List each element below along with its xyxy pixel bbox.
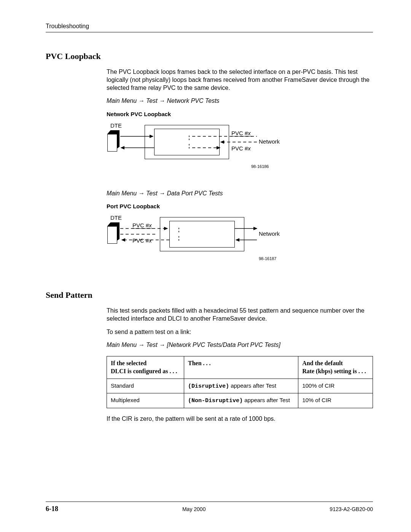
header-rule [46,32,373,32]
nav-path-network-pvc: Main Menu → Test → Network PVC Tests [107,97,373,105]
table-header-then: Then . . . [184,356,298,379]
pvc-intro-paragraph: The PVC Loopback loops frames back to th… [107,68,373,92]
subheading-port-pvc-loopback: Port PVC Loopback [107,203,373,210]
cell-disruptive: (Disruptive) appears after Test [184,379,298,393]
diag2-arrows [107,214,304,271]
running-header: Troubleshooting [46,23,373,30]
diagram-port-pvc-loopback: DTE PVC #x PVC #x Network 98-16187 [107,214,304,271]
nav-path-send-pattern: Main Menu → Test → [Network PVC Tests/Da… [107,341,373,349]
send-intro-paragraph: This test sends packets filled with a he… [107,307,373,323]
heading-pvc-loopback: PVC Loopback [46,51,373,61]
table-row: Standard (Disruptive) appears after Test… [107,379,373,393]
cell-10-cir: 10% of CIR [298,393,373,408]
footer-rule [46,502,373,502]
footer-page-number: 6-18 [46,505,58,513]
table-row: Multiplexed (Non-Disruptive) appears aft… [107,393,373,408]
nav-path-data-port-pvc: Main Menu → Test → Data Port PVC Tests [107,190,373,198]
diagram-network-pvc-loopback: DTE PVC #x Network PVC #x 98-16186 [107,122,304,179]
page-footer: 6-18 May 2000 9123-A2-GB20-00 [46,502,373,513]
cell-100-cir: 100% of CIR [298,379,373,393]
subheading-network-pvc-loopback: Network PVC Loopback [107,110,373,118]
send-pattern-table: If the selectedDLCI is configured as . .… [107,356,373,408]
heading-send-pattern: Send Pattern [46,290,373,300]
table-header-rate: And the defaultRate (kbps) setting is . … [298,356,373,379]
cell-non-disruptive: (Non-Disruptive) appears after Test [184,393,298,408]
cell-standard: Standard [107,379,184,393]
send-note: If the CIR is zero, the pattern will be … [107,415,373,423]
footer-doc-id: 9123-A2-GB20-00 [330,506,373,512]
diag1-arrows [107,122,304,179]
send-lead-line: To send a pattern test on a link: [107,328,373,336]
footer-date: May 2000 [182,506,206,512]
cell-multiplexed: Multiplexed [107,393,184,408]
table-header-dlci: If the selectedDLCI is configured as . .… [107,356,184,379]
